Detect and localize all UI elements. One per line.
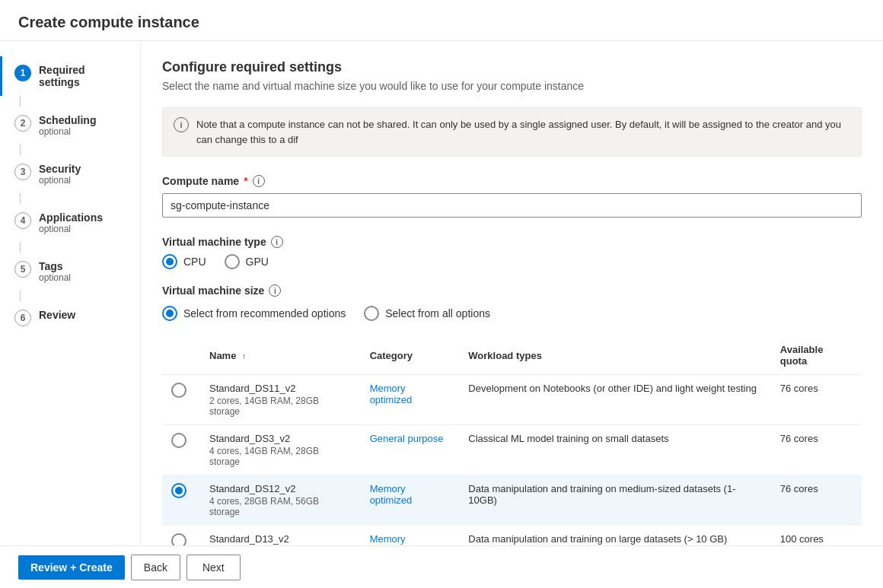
row-radio-inner-ds12v2 [175,487,183,494]
row-quota-cell-ds12v2: 76 cores [771,475,862,526]
sidebar-sublabel-applications: optional [39,224,103,234]
configure-section-title: Configure required settings [162,59,862,75]
connector-4 [20,242,21,253]
all-radio-label: Select from all options [385,307,490,319]
vm-name-d13v2: Standard_D13_v2 [209,533,352,545]
vm-specs-ds12v2: 4 cores, 28GB RAM, 56GB storage [209,496,352,517]
table-row[interactable]: Standard_DS11_v22 cores, 14GB RAM, 28GB … [162,375,862,425]
connector-5 [20,291,21,301]
vm-name-ds3v2: Standard_DS3_v2 [209,433,352,444]
step-number-3: 3 [14,164,31,180]
cpu-radio-outer[interactable] [162,254,177,269]
cpu-radio-label: CPU [183,256,206,268]
vm-size-table: Name ↑ Category Workload types Available… [162,336,862,564]
recommended-radio-label: Select from recommended options [183,307,346,319]
vm-type-label: Virtual machine type i [162,236,862,248]
gpu-radio-outer[interactable] [225,254,240,269]
recommended-radio-inner [166,310,174,317]
sort-icon[interactable]: ↑ [242,352,246,361]
row-select-cell-ds12v2[interactable] [162,475,200,526]
sidebar-sublabel-security: optional [39,175,81,186]
review-create-button[interactable]: Review + Create [18,555,125,580]
row-quota-cell-ds11v2: 76 cores [771,375,862,425]
row-name-cell-ds11v2: Standard_DS11_v22 cores, 14GB RAM, 28GB … [200,375,361,425]
compute-name-info-icon[interactable]: i [253,175,265,187]
layout: 1 Required settings 2 Scheduling optiona… [0,41,883,586]
vm-type-cpu-option[interactable]: CPU [162,254,206,269]
table-header-row: Name ↑ Category Workload types Available… [162,336,862,375]
configure-section-subtitle: Select the name and virtual machine size… [162,80,862,92]
recommended-radio-outer[interactable] [162,306,177,321]
sidebar-label-required-settings: Required settings [39,64,128,88]
category-link-ds3v2[interactable]: General purpose [370,433,444,444]
step-number-5: 5 [14,261,31,278]
vm-size-label: Virtual machine size i [162,284,862,297]
category-link-ds11v2[interactable]: Memory optimized [370,383,413,405]
sidebar-label-scheduling: Scheduling [39,114,96,126]
category-link-ds12v2[interactable]: Memory optimized [370,483,413,506]
all-radio-outer[interactable] [364,306,379,321]
sidebar: 1 Required settings 2 Scheduling optiona… [0,41,141,586]
sidebar-item-applications[interactable]: 4 Applications optional [0,204,140,242]
connector-3 [20,193,21,204]
page-header: Create compute instance [0,0,883,41]
table-row[interactable]: Standard_DS12_v24 cores, 28GB RAM, 56GB … [162,475,862,526]
row-workload-cell-ds12v2: Data manipulation and training on medium… [459,475,770,526]
row-radio-ds3v2[interactable] [171,433,186,448]
main-content: Configure required settings Select the n… [141,41,883,586]
table-row[interactable]: Standard_DS3_v24 cores, 14GB RAM, 28GB s… [162,425,862,475]
cpu-radio-inner [166,258,174,265]
row-select-cell-ds11v2[interactable] [162,375,200,425]
page-title: Create compute instance [18,14,865,31]
sidebar-item-review[interactable]: 6 Review [0,301,140,334]
info-banner-text: Note that a compute instance can not be … [196,117,850,147]
connector-2 [20,145,21,155]
vm-size-filter-options: Select from recommended options Select f… [162,306,862,321]
row-workload-cell-ds3v2: Classical ML model training on small dat… [459,425,770,475]
gpu-radio-label: GPU [246,256,269,268]
row-select-cell-ds3v2[interactable] [162,425,200,475]
sidebar-sublabel-tags: optional [39,272,71,283]
compute-name-input[interactable] [162,193,862,218]
col-name: Name ↑ [200,336,361,375]
compute-name-label: Compute name * i [162,175,862,187]
sidebar-item-security[interactable]: 3 Security optional [0,155,140,193]
sidebar-item-tags[interactable]: 5 Tags optional [0,253,140,291]
vm-type-gpu-option[interactable]: GPU [225,254,269,269]
sidebar-label-security: Security [39,163,81,175]
sidebar-item-scheduling[interactable]: 2 Scheduling optional [0,106,140,145]
col-quota: Available quota [771,336,862,375]
required-star: * [244,175,247,187]
back-button[interactable]: Back [131,555,180,580]
info-icon: i [174,117,189,132]
sidebar-label-applications: Applications [39,211,103,224]
vm-size-recommended-option[interactable]: Select from recommended options [162,306,346,321]
next-button[interactable]: Next [186,555,241,580]
vm-name-ds11v2: Standard_DS11_v2 [209,383,352,394]
step-number-2: 2 [14,115,31,132]
vm-specs-ds11v2: 2 cores, 14GB RAM, 28GB storage [209,396,352,417]
col-category: Category [361,336,460,375]
sidebar-label-tags: Tags [39,260,71,272]
vm-size-section: Virtual machine size i Select from recom… [162,284,862,564]
step-number-6: 6 [14,310,31,326]
sidebar-item-required-settings[interactable]: 1 Required settings [0,56,140,96]
vm-type-radio-group: CPU GPU [162,254,862,269]
sidebar-label-review: Review [39,309,75,321]
vm-type-info-icon[interactable]: i [271,236,283,248]
vm-name-ds12v2: Standard_DS12_v2 [209,483,352,494]
vm-specs-ds3v2: 4 cores, 14GB RAM, 28GB storage [209,446,352,467]
row-radio-ds11v2[interactable] [171,383,186,398]
vm-size-info-icon[interactable]: i [269,284,281,297]
row-category-cell-ds11v2[interactable]: Memory optimized [361,375,460,425]
row-category-cell-ds3v2[interactable]: General purpose [361,425,460,475]
col-workload: Workload types [459,336,770,375]
connector-1 [20,96,21,106]
bottom-bar: Review + Create Back Next [0,545,883,588]
vm-size-all-option[interactable]: Select from all options [364,306,490,321]
row-name-cell-ds3v2: Standard_DS3_v24 cores, 14GB RAM, 28GB s… [200,425,361,475]
row-radio-ds12v2[interactable] [171,483,186,498]
row-category-cell-ds12v2[interactable]: Memory optimized [361,475,460,526]
row-quota-cell-ds3v2: 76 cores [771,425,862,475]
sidebar-sublabel-scheduling: optional [39,126,96,137]
